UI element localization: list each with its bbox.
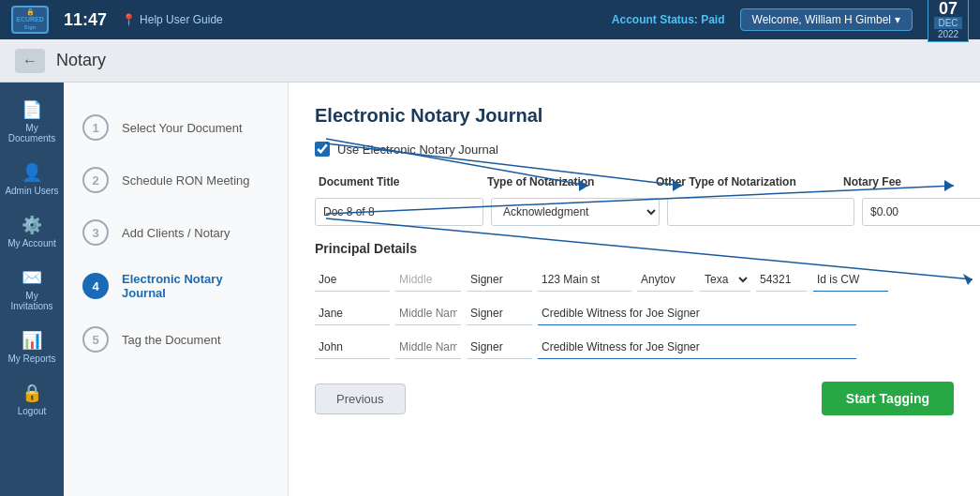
principal-0-first[interactable]: [315, 267, 390, 292]
sidebar-item-invitations[interactable]: ✉️ My Invitations: [0, 260, 64, 319]
sidebar: 📄 My Documents 👤 Admin Users ⚙️ My Accou…: [0, 83, 64, 496]
step-2-label: Schedule RON Meeting: [122, 173, 250, 188]
step-3[interactable]: 3 Add Clients / Notary: [64, 206, 288, 259]
dropdown-icon: ▾: [895, 13, 900, 26]
principal-0-notes[interactable]: [813, 267, 888, 292]
bottom-bar: Previous Start Tagging: [315, 382, 954, 415]
content-area: Electronic Notary Journal Use Electronic…: [289, 83, 980, 496]
step-2-number: 2: [82, 167, 109, 193]
header-time: 11:47: [64, 10, 107, 30]
doc-title-input[interactable]: [315, 198, 483, 226]
principal-0-role[interactable]: [467, 267, 532, 292]
principal-1-middle[interactable]: [395, 301, 461, 325]
step-4-number: 4: [82, 273, 109, 299]
principal-2-notes[interactable]: [538, 335, 856, 359]
header: 🔒ECUREDSign 11:47 📍 Help User Guide Acco…: [0, 0, 980, 39]
col-notary-fee: Notary Fee: [839, 175, 961, 192]
principal-2-first[interactable]: [315, 335, 390, 359]
principal-0-city[interactable]: [637, 267, 693, 292]
principal-0-address[interactable]: [538, 267, 631, 292]
help-guide-link[interactable]: 📍 Help User Guide: [122, 13, 223, 26]
checkbox-label: Use Electronic Notary Journal: [337, 143, 498, 157]
sidebar-item-admin[interactable]: 👤 Admin Users: [0, 155, 64, 203]
notarization-type-select[interactable]: Acknowledgment Jurat Oath: [491, 198, 660, 226]
reports-icon: 📊: [22, 330, 42, 351]
notary-fee-input[interactable]: [862, 198, 980, 226]
main-layout: 📄 My Documents 👤 Admin Users ⚙️ My Accou…: [0, 83, 980, 496]
sidebar-item-logout[interactable]: 🔒 Logout: [0, 375, 64, 424]
page-title: Notary: [56, 51, 106, 70]
principal-0-middle[interactable]: [395, 267, 461, 292]
principal-row-0: Texa Texas: [315, 267, 954, 292]
table-headers: Document Title Type of Notarization Othe…: [315, 175, 954, 192]
svg-marker-7: [963, 274, 973, 285]
date-display: 07 DEC 2022: [928, 0, 969, 42]
step-3-number: 3: [82, 219, 109, 246]
checkbox-row: Use Electronic Notary Journal: [315, 142, 954, 157]
principal-1-notes[interactable]: [538, 301, 856, 325]
logo: 🔒ECUREDSign: [11, 6, 49, 34]
principal-2-middle[interactable]: [395, 335, 461, 359]
step-5-number: 5: [82, 326, 109, 353]
principal-0-state[interactable]: Texa Texas: [699, 267, 750, 292]
account-status: Account Status: Paid: [612, 13, 725, 26]
step-4-label: Electronic Notary Journal: [122, 272, 269, 300]
principal-2-role[interactable]: [467, 335, 532, 359]
sidebar-item-documents[interactable]: 📄 My Documents: [0, 92, 64, 151]
section-title: Electronic Notary Journal: [315, 105, 954, 127]
principal-row-2: [315, 335, 954, 359]
sidebar-item-account[interactable]: ⚙️ My Account: [0, 207, 64, 256]
document-input-row: Acknowledgment Jurat Oath: [315, 198, 954, 226]
principal-1-first[interactable]: [315, 301, 390, 325]
col-type-notarization: Type of Notarization: [483, 175, 652, 192]
principal-title: Principal Details: [315, 241, 954, 256]
step-4[interactable]: 4 Electronic Notary Journal: [64, 259, 288, 313]
step-5-label: Tag the Document: [122, 333, 221, 347]
logout-icon: 🔒: [22, 383, 42, 403]
location-icon: 📍: [122, 13, 136, 26]
step-2[interactable]: 2 Schedule RON Meeting: [64, 154, 288, 206]
principal-1-role[interactable]: [467, 301, 532, 325]
step-5[interactable]: 5 Tag the Document: [64, 313, 288, 366]
welcome-button[interactable]: Welcome, William H Gimbel ▾: [740, 8, 913, 31]
step-3-label: Add Clients / Notary: [122, 226, 230, 240]
steps-panel: 1 Select Your Document 2 Schedule RON Me…: [64, 83, 289, 496]
page-title-bar: ← Notary: [0, 39, 980, 83]
documents-icon: 📄: [22, 99, 42, 120]
start-tagging-button[interactable]: Start Tagging: [822, 382, 954, 415]
sidebar-item-reports[interactable]: 📊 My Reports: [0, 323, 64, 371]
step-1[interactable]: 1 Select Your Document: [64, 101, 288, 154]
col-doc-title: Document Title: [315, 175, 483, 192]
use-notary-journal-checkbox[interactable]: [315, 142, 330, 157]
col-other-type: Other Type of Notarization: [652, 175, 839, 192]
other-type-input[interactable]: [667, 198, 854, 226]
principal-row-1: [315, 301, 954, 325]
step-1-label: Select Your Document: [122, 121, 243, 135]
step-1-number: 1: [82, 114, 109, 141]
invitations-icon: ✉️: [22, 267, 42, 288]
logo-box: 🔒ECUREDSign: [11, 6, 49, 34]
principal-0-zip[interactable]: [756, 267, 808, 292]
account-icon: ⚙️: [22, 215, 42, 235]
back-button[interactable]: ←: [15, 49, 45, 73]
previous-button[interactable]: Previous: [315, 383, 406, 414]
admin-icon: 👤: [22, 162, 42, 183]
